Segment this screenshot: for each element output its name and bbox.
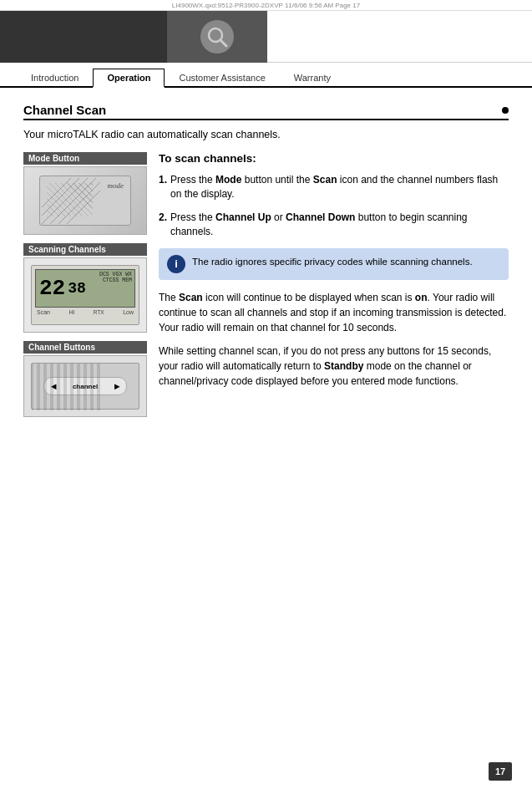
step-1: 1. Press the Mode button until the Scan … bbox=[159, 173, 509, 202]
display-sub-number: 38 bbox=[68, 281, 86, 296]
left-column: Mode Button mode bbox=[23, 152, 147, 425]
display-screen: 22 38 DCS VGX WX CTCSS MEM bbox=[35, 269, 135, 308]
tab-introduction[interactable]: Introduction bbox=[17, 69, 93, 86]
display-bottom-bar: Scan HI RTX Low bbox=[35, 308, 135, 315]
info-icon: i bbox=[167, 255, 185, 273]
header-right-block bbox=[267, 11, 532, 62]
tab-operation[interactable]: Operation bbox=[93, 69, 165, 88]
scanning-visual: 22 38 DCS VGX WX CTCSS MEM Scan HI bbox=[24, 258, 146, 332]
step-2: 2. Press the Channel Up or Channel Down … bbox=[159, 211, 509, 240]
right-column: To scan channels: 1. Press the Mode butt… bbox=[159, 152, 509, 425]
section-title-bar: Channel Scan bbox=[23, 103, 509, 120]
step-2-number: 2. bbox=[159, 211, 167, 240]
svg-line-2 bbox=[42, 178, 88, 224]
mode-button-image: mode bbox=[23, 166, 147, 235]
body-paragraph-2: While setting channel scan, if you do no… bbox=[159, 344, 509, 389]
step-1-number: 1. bbox=[159, 173, 167, 202]
section-intro: Your microTALK radio can automatically s… bbox=[23, 129, 509, 140]
rtx-indicator: RTX bbox=[94, 309, 104, 315]
svg-line-1 bbox=[220, 40, 226, 46]
scanning-channels-image: 22 38 DCS VGX WX CTCSS MEM Scan HI bbox=[23, 257, 147, 333]
body-paragraph-1: The Scan icon will continue to be displa… bbox=[159, 290, 509, 335]
main-content: Channel Scan Your microTALK radio can au… bbox=[0, 88, 532, 440]
mode-text: mode bbox=[108, 181, 124, 190]
tab-customer-assistance[interactable]: Customer Assistance bbox=[165, 69, 279, 86]
svg-line-7 bbox=[42, 178, 71, 207]
channel-button-visual: ◀ channel ▶ bbox=[24, 356, 146, 416]
top-header-bar bbox=[0, 11, 532, 63]
section-title-text: Channel Scan bbox=[23, 103, 106, 117]
channel-buttons-image: ◀ channel ▶ bbox=[23, 355, 147, 417]
mode-button-label: Mode Button bbox=[23, 152, 147, 165]
channel-buttons-label: Channel Buttons bbox=[23, 341, 147, 354]
display-top-indicators: DCS VGX WX CTCSS MEM bbox=[99, 272, 132, 283]
header-icon bbox=[200, 20, 234, 53]
svg-line-3 bbox=[50, 178, 96, 224]
svg-line-6 bbox=[42, 178, 79, 216]
svg-line-5 bbox=[67, 178, 100, 224]
info-box-text: The radio ignores specific privacy codes… bbox=[192, 255, 473, 268]
two-col-layout: Mode Button mode bbox=[23, 152, 509, 425]
radio-display: 22 38 DCS VGX WX CTCSS MEM Scan HI bbox=[31, 265, 139, 325]
channel-inner: ◀ channel ▶ bbox=[31, 363, 139, 410]
instruction-list: 1. Press the Mode button until the Scan … bbox=[159, 173, 509, 240]
header-left-block bbox=[0, 11, 167, 63]
scanning-channels-label: Scanning Channels bbox=[23, 243, 147, 256]
step-2-text: Press the Channel Up or Channel Down but… bbox=[170, 211, 509, 240]
info-box: i The radio ignores specific privacy cod… bbox=[159, 248, 509, 280]
scan-heading: To scan channels: bbox=[159, 152, 509, 165]
section-dot bbox=[502, 107, 509, 114]
mode-button-visual: mode bbox=[24, 167, 146, 234]
mode-btn-inner: mode bbox=[39, 176, 131, 226]
file-header: LI4900WX.qxd:9512-PR3900-2DXVP 11/6/06 9… bbox=[0, 0, 532, 11]
scan-indicator: Scan bbox=[37, 309, 50, 315]
low-indicator: Low bbox=[123, 309, 134, 315]
tab-warranty[interactable]: Warranty bbox=[280, 69, 345, 86]
hi-indicator: HI bbox=[68, 309, 74, 315]
step-1-text: Press the Mode button until the Scan ico… bbox=[170, 173, 509, 202]
header-center-block bbox=[167, 11, 267, 63]
nav-tabs: Introduction Operation Customer Assistan… bbox=[0, 63, 532, 88]
display-number: 22 bbox=[39, 277, 65, 299]
page-number: 17 bbox=[489, 762, 512, 781]
